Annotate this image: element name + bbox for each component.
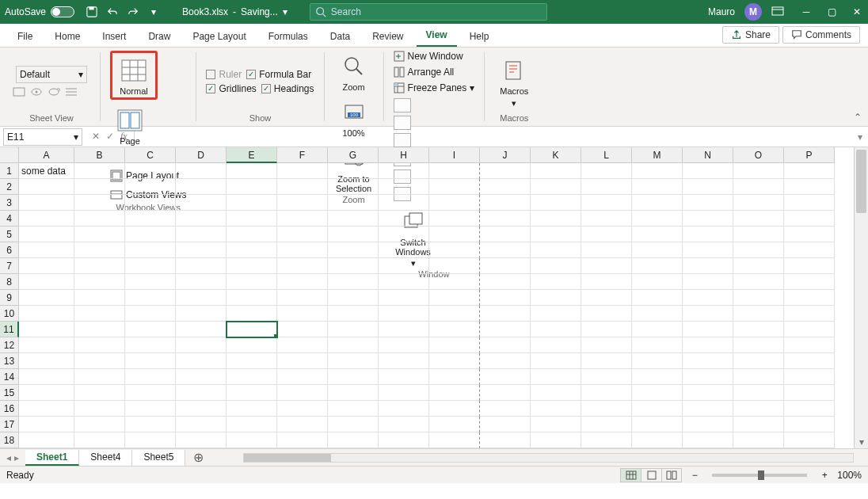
cell[interactable] <box>632 163 683 179</box>
cell[interactable] <box>581 211 632 227</box>
cell[interactable] <box>19 385 74 401</box>
cell[interactable] <box>480 227 531 242</box>
ribbon-display-icon[interactable] <box>771 6 784 17</box>
cell[interactable] <box>480 274 531 290</box>
cell[interactable] <box>176 401 227 417</box>
sheet-nav-prev-icon[interactable]: ◂ <box>6 452 11 463</box>
cell[interactable] <box>74 227 125 242</box>
column-header[interactable]: I <box>429 147 480 163</box>
cell[interactable] <box>683 306 733 322</box>
cell[interactable] <box>480 432 531 448</box>
cell[interactable] <box>176 417 227 432</box>
new-view-icon[interactable] <box>48 86 60 97</box>
cell[interactable] <box>277 179 328 195</box>
save-icon[interactable] <box>86 6 98 18</box>
column-header[interactable]: F <box>277 147 328 163</box>
cell[interactable] <box>19 290 74 306</box>
cell[interactable] <box>176 258 227 274</box>
cell[interactable] <box>74 211 125 227</box>
cell[interactable] <box>328 306 379 322</box>
horizontal-scrollbar[interactable] <box>243 453 854 463</box>
cell[interactable] <box>125 401 176 417</box>
cell[interactable] <box>531 258 581 274</box>
cell[interactable] <box>277 258 328 274</box>
scroll-down-icon[interactable]: ▾ <box>855 436 868 448</box>
cell[interactable] <box>683 369 733 385</box>
cell[interactable] <box>531 163 581 179</box>
cell[interactable] <box>683 322 733 337</box>
cell[interactable] <box>379 179 429 195</box>
headings-checkbox[interactable]: Headings <box>261 83 314 94</box>
cell[interactable] <box>125 242 176 258</box>
cell[interactable] <box>328 227 379 242</box>
cell[interactable] <box>531 401 581 417</box>
cell[interactable] <box>429 322 480 337</box>
cell[interactable] <box>581 417 632 432</box>
cell[interactable] <box>125 353 176 369</box>
column-header[interactable]: L <box>581 147 632 163</box>
cell[interactable] <box>227 353 277 369</box>
column-header[interactable]: J <box>480 147 531 163</box>
zoom-button[interactable]: Zoom <box>334 51 374 92</box>
cell[interactable] <box>328 432 379 448</box>
row-header[interactable]: 3 <box>0 195 19 211</box>
tab-file[interactable]: File <box>8 26 42 47</box>
scrollbar-thumb[interactable] <box>244 454 331 462</box>
cell[interactable] <box>632 274 683 290</box>
undo-icon[interactable] <box>106 6 119 18</box>
cell[interactable] <box>733 290 784 306</box>
cell[interactable] <box>19 258 74 274</box>
cell[interactable] <box>480 353 531 369</box>
cell[interactable] <box>581 242 632 258</box>
cell[interactable] <box>531 179 581 195</box>
cell[interactable] <box>328 242 379 258</box>
cell[interactable] <box>480 258 531 274</box>
cell[interactable] <box>125 179 176 195</box>
cell[interactable] <box>531 322 581 337</box>
search-box[interactable]: Search <box>310 3 547 21</box>
cell[interactable] <box>227 163 277 179</box>
cell[interactable] <box>733 258 784 274</box>
cell[interactable] <box>480 417 531 432</box>
row-header[interactable]: 10 <box>0 306 19 322</box>
cell[interactable] <box>733 274 784 290</box>
cell[interactable] <box>632 227 683 242</box>
cell[interactable] <box>581 385 632 401</box>
cell[interactable] <box>277 353 328 369</box>
row-header[interactable]: 14 <box>0 369 19 385</box>
cell[interactable] <box>328 258 379 274</box>
zoom-value[interactable]: 100% <box>837 470 862 481</box>
cell[interactable] <box>784 306 835 322</box>
cell[interactable] <box>784 179 835 195</box>
cell[interactable] <box>379 337 429 353</box>
cell[interactable] <box>531 432 581 448</box>
autosave-toggle[interactable] <box>51 6 74 17</box>
gridlines-checkbox[interactable]: Gridlines <box>206 83 256 94</box>
cell[interactable] <box>784 337 835 353</box>
cell[interactable] <box>683 385 733 401</box>
cell[interactable] <box>733 163 784 179</box>
cell[interactable] <box>379 242 429 258</box>
cell[interactable] <box>683 401 733 417</box>
qat-dropdown-icon[interactable]: ▾ <box>147 6 160 18</box>
close-icon[interactable]: ✕ <box>851 6 863 18</box>
cell[interactable] <box>74 274 125 290</box>
tab-home[interactable]: Home <box>45 26 89 47</box>
row-header[interactable]: 2 <box>0 179 19 195</box>
cell[interactable] <box>632 211 683 227</box>
cell[interactable] <box>379 385 429 401</box>
normal-view-button[interactable]: Normal <box>114 55 154 96</box>
cell[interactable] <box>480 306 531 322</box>
unhide-icon[interactable] <box>394 133 411 147</box>
cell[interactable] <box>74 306 125 322</box>
page-layout-shortcut[interactable] <box>641 468 661 482</box>
cell[interactable] <box>784 211 835 227</box>
comments-button[interactable]: Comments <box>782 26 860 44</box>
cell[interactable] <box>227 258 277 274</box>
cell[interactable] <box>480 322 531 337</box>
cell[interactable] <box>581 163 632 179</box>
cell[interactable] <box>784 227 835 242</box>
cell[interactable] <box>19 417 74 432</box>
row-header[interactable]: 13 <box>0 353 19 369</box>
cell[interactable] <box>379 432 429 448</box>
